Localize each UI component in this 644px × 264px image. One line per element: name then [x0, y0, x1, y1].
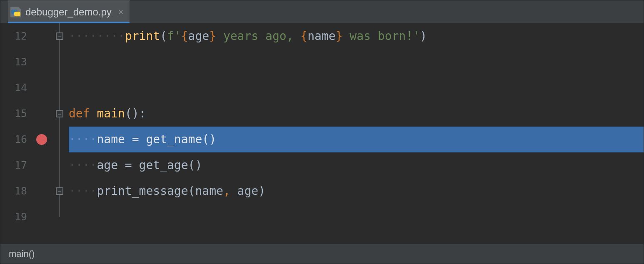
breakpoint-gutter[interactable] — [33, 152, 50, 178]
breadcrumb-item[interactable]: main() — [9, 249, 35, 259]
code-content[interactable]: ····name = get_name() — [69, 127, 644, 152]
code-content[interactable]: ····print_message(name, age) — [69, 178, 644, 204]
code-editor[interactable]: 12−········print(f'{age} years ago, {nam… — [0, 23, 644, 244]
breakpoint-icon[interactable] — [36, 134, 47, 145]
code-line[interactable]: 15−def main(): — [0, 101, 644, 127]
breakpoint-gutter[interactable] — [33, 49, 50, 75]
breakpoint-gutter[interactable] — [33, 204, 50, 230]
code-line[interactable]: 12−········print(f'{age} years ago, {nam… — [0, 23, 644, 49]
line-number[interactable]: 17 — [0, 152, 33, 178]
breakpoint-gutter[interactable] — [33, 178, 50, 204]
fold-gutter[interactable]: − — [50, 101, 69, 127]
ide-window: debugger_demo.py × 12−········print(f'{a… — [0, 0, 644, 264]
breakpoint-gutter[interactable] — [33, 23, 50, 49]
fold-gutter[interactable] — [50, 49, 69, 75]
fold-toggle-icon[interactable]: − — [56, 32, 63, 40]
fold-toggle-icon[interactable]: − — [56, 187, 63, 195]
close-tab-icon[interactable]: × — [116, 7, 124, 17]
fold-gutter[interactable] — [50, 75, 69, 101]
line-number[interactable]: 19 — [0, 204, 33, 230]
code-line[interactable]: 19 — [0, 204, 644, 230]
fold-gutter[interactable]: − — [50, 178, 69, 204]
code-content[interactable] — [69, 75, 644, 101]
code-line[interactable]: 18−····print_message(name, age) — [0, 178, 644, 204]
code-content[interactable]: ········print(f'{age} years ago, {name} … — [69, 23, 644, 49]
line-number[interactable]: 16 — [0, 127, 33, 152]
breakpoint-gutter[interactable] — [33, 101, 50, 127]
code-content[interactable] — [69, 204, 644, 230]
python-file-icon — [10, 7, 21, 17]
code-line[interactable]: 13 — [0, 49, 644, 75]
fold-gutter[interactable] — [50, 204, 69, 230]
code-content[interactable] — [69, 49, 644, 75]
fold-gutter[interactable] — [50, 127, 69, 152]
line-number[interactable]: 14 — [0, 75, 33, 101]
fold-gutter[interactable]: − — [50, 23, 69, 49]
fold-gutter[interactable] — [50, 152, 69, 178]
line-number[interactable]: 12 — [0, 23, 33, 49]
editor-tab-active[interactable]: debugger_demo.py × — [8, 0, 130, 23]
line-number[interactable]: 18 — [0, 178, 33, 204]
fold-toggle-icon[interactable]: − — [56, 110, 63, 117]
code-content[interactable]: def main(): — [69, 101, 644, 127]
editor-tab-filename: debugger_demo.py — [25, 6, 112, 18]
code-line[interactable]: 16····name = get_name() — [0, 127, 644, 152]
line-number[interactable]: 13 — [0, 49, 33, 75]
code-line[interactable]: 14 — [0, 75, 644, 101]
line-number[interactable]: 15 — [0, 101, 33, 127]
editor-breadcrumbs[interactable]: main() — [0, 244, 644, 264]
code-content[interactable]: ····age = get_age() — [69, 152, 644, 178]
editor-tab-strip: debugger_demo.py × — [0, 0, 644, 23]
code-line[interactable]: 17····age = get_age() — [0, 152, 644, 178]
breakpoint-gutter[interactable] — [33, 75, 50, 101]
breakpoint-gutter[interactable] — [33, 127, 50, 152]
